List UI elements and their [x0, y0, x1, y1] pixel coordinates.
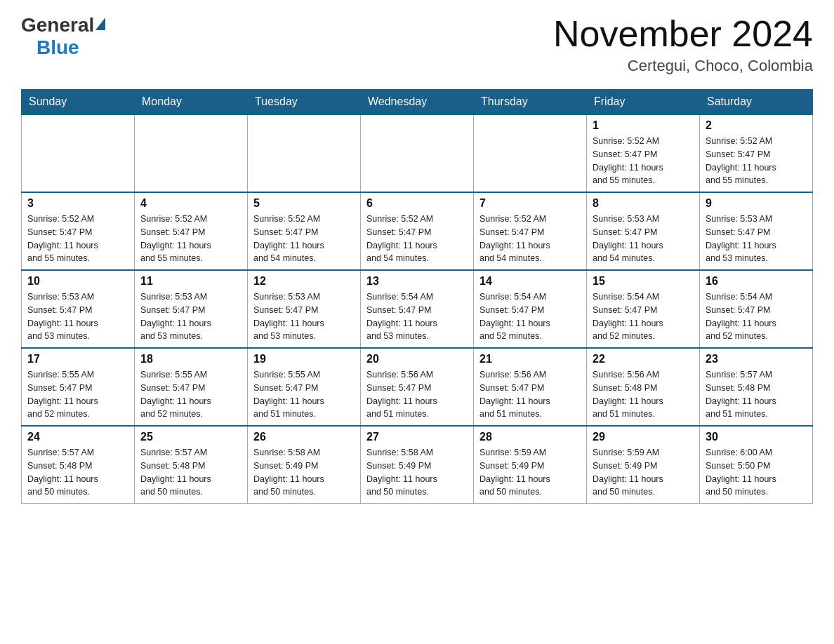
day-number: 5 — [253, 197, 355, 210]
day-info: Sunrise: 5:55 AM Sunset: 5:47 PM Dayligh… — [140, 368, 241, 421]
week-row-5: 24Sunrise: 5:57 AM Sunset: 5:48 PM Dayli… — [22, 426, 813, 504]
calendar-cell: 12Sunrise: 5:53 AM Sunset: 5:47 PM Dayli… — [248, 270, 361, 348]
day-info: Sunrise: 5:56 AM Sunset: 5:47 PM Dayligh… — [479, 368, 581, 421]
day-header-wednesday: Wednesday — [361, 90, 474, 115]
week-row-1: 1Sunrise: 5:52 AM Sunset: 5:47 PM Daylig… — [22, 114, 813, 192]
day-number: 2 — [706, 119, 807, 132]
day-number: 17 — [27, 353, 128, 365]
calendar-cell: 24Sunrise: 5:57 AM Sunset: 5:48 PM Dayli… — [22, 426, 135, 504]
day-info: Sunrise: 5:52 AM Sunset: 5:47 PM Dayligh… — [140, 213, 241, 265]
day-header-friday: Friday — [587, 90, 700, 115]
day-number: 25 — [140, 431, 241, 443]
day-info: Sunrise: 5:55 AM Sunset: 5:47 PM Dayligh… — [253, 368, 355, 421]
day-info: Sunrise: 5:52 AM Sunset: 5:47 PM Dayligh… — [253, 213, 355, 265]
day-number: 18 — [140, 353, 241, 365]
day-info: Sunrise: 5:59 AM Sunset: 5:49 PM Dayligh… — [479, 446, 581, 499]
day-number: 29 — [593, 431, 694, 443]
day-number: 26 — [253, 431, 355, 443]
title-area: November 2024 Certegui, Choco, Colombia — [553, 14, 813, 75]
day-number: 4 — [140, 197, 241, 210]
day-number: 3 — [27, 197, 128, 210]
day-number: 16 — [706, 275, 807, 288]
day-info: Sunrise: 5:53 AM Sunset: 5:47 PM Dayligh… — [706, 213, 807, 265]
day-info: Sunrise: 6:00 AM Sunset: 5:50 PM Dayligh… — [706, 446, 807, 499]
calendar-cell: 3Sunrise: 5:52 AM Sunset: 5:47 PM Daylig… — [22, 192, 135, 270]
day-info: Sunrise: 5:57 AM Sunset: 5:48 PM Dayligh… — [140, 446, 241, 499]
location-subtitle: Certegui, Choco, Colombia — [553, 57, 813, 75]
calendar-cell: 10Sunrise: 5:53 AM Sunset: 5:47 PM Dayli… — [22, 270, 135, 348]
day-number: 21 — [479, 353, 581, 365]
calendar-cell: 14Sunrise: 5:54 AM Sunset: 5:47 PM Dayli… — [474, 270, 587, 348]
day-header-sunday: Sunday — [22, 90, 135, 115]
day-info: Sunrise: 5:54 AM Sunset: 5:47 PM Dayligh… — [479, 290, 581, 343]
day-number: 22 — [593, 353, 694, 365]
calendar-cell: 8Sunrise: 5:53 AM Sunset: 5:47 PM Daylig… — [587, 192, 700, 270]
day-info: Sunrise: 5:54 AM Sunset: 5:47 PM Dayligh… — [706, 290, 807, 343]
calendar-cell: 19Sunrise: 5:55 AM Sunset: 5:47 PM Dayli… — [248, 348, 361, 426]
calendar-cell: 15Sunrise: 5:54 AM Sunset: 5:47 PM Dayli… — [587, 270, 700, 348]
day-number: 7 — [479, 197, 581, 210]
day-info: Sunrise: 5:52 AM Sunset: 5:47 PM Dayligh… — [706, 135, 807, 187]
day-number: 13 — [366, 275, 468, 288]
day-info: Sunrise: 5:58 AM Sunset: 5:49 PM Dayligh… — [366, 446, 468, 499]
calendar-cell: 18Sunrise: 5:55 AM Sunset: 5:47 PM Dayli… — [135, 348, 248, 426]
calendar-cell: 16Sunrise: 5:54 AM Sunset: 5:47 PM Dayli… — [700, 270, 813, 348]
day-info: Sunrise: 5:53 AM Sunset: 5:47 PM Dayligh… — [593, 213, 694, 265]
calendar-cell: 25Sunrise: 5:57 AM Sunset: 5:48 PM Dayli… — [135, 426, 248, 504]
calendar-cell: 22Sunrise: 5:56 AM Sunset: 5:48 PM Dayli… — [587, 348, 700, 426]
calendar-table: SundayMondayTuesdayWednesdayThursdayFrid… — [21, 89, 813, 504]
day-number: 1 — [593, 119, 694, 132]
calendar-cell: 29Sunrise: 5:59 AM Sunset: 5:49 PM Dayli… — [587, 426, 700, 504]
day-number: 20 — [366, 353, 468, 365]
calendar-cell: 28Sunrise: 5:59 AM Sunset: 5:49 PM Dayli… — [474, 426, 587, 504]
calendar-cell: 27Sunrise: 5:58 AM Sunset: 5:49 PM Dayli… — [361, 426, 474, 504]
calendar-cell: 20Sunrise: 5:56 AM Sunset: 5:47 PM Dayli… — [361, 348, 474, 426]
day-number: 24 — [27, 431, 128, 443]
calendar-cell: 21Sunrise: 5:56 AM Sunset: 5:47 PM Dayli… — [474, 348, 587, 426]
day-number: 12 — [253, 275, 355, 288]
day-info: Sunrise: 5:52 AM Sunset: 5:47 PM Dayligh… — [27, 213, 128, 265]
day-info: Sunrise: 5:58 AM Sunset: 5:49 PM Dayligh… — [253, 446, 355, 499]
month-title: November 2024 — [553, 14, 813, 54]
day-number: 15 — [593, 275, 694, 288]
calendar-header-row: SundayMondayTuesdayWednesdayThursdayFrid… — [22, 90, 813, 115]
day-info: Sunrise: 5:52 AM Sunset: 5:47 PM Dayligh… — [366, 213, 468, 265]
day-number: 28 — [479, 431, 581, 443]
day-number: 10 — [27, 275, 128, 288]
calendar-cell — [22, 114, 135, 192]
day-info: Sunrise: 5:54 AM Sunset: 5:47 PM Dayligh… — [366, 290, 468, 343]
calendar-cell: 11Sunrise: 5:53 AM Sunset: 5:47 PM Dayli… — [135, 270, 248, 348]
day-info: Sunrise: 5:57 AM Sunset: 5:48 PM Dayligh… — [27, 446, 128, 499]
week-row-4: 17Sunrise: 5:55 AM Sunset: 5:47 PM Dayli… — [22, 348, 813, 426]
calendar-cell: 30Sunrise: 6:00 AM Sunset: 5:50 PM Dayli… — [700, 426, 813, 504]
day-info: Sunrise: 5:52 AM Sunset: 5:47 PM Dayligh… — [479, 213, 581, 265]
day-number: 23 — [706, 353, 807, 365]
day-info: Sunrise: 5:52 AM Sunset: 5:47 PM Dayligh… — [593, 135, 694, 187]
day-number: 8 — [593, 197, 694, 210]
logo-blue: Blue — [37, 36, 79, 58]
day-number: 14 — [479, 275, 581, 288]
calendar-cell — [361, 114, 474, 192]
logo: General Blue — [21, 14, 107, 59]
calendar-cell: 7Sunrise: 5:52 AM Sunset: 5:47 PM Daylig… — [474, 192, 587, 270]
day-info: Sunrise: 5:59 AM Sunset: 5:49 PM Dayligh… — [593, 446, 694, 499]
calendar-cell — [474, 114, 587, 192]
day-info: Sunrise: 5:56 AM Sunset: 5:47 PM Dayligh… — [366, 368, 468, 421]
day-info: Sunrise: 5:56 AM Sunset: 5:48 PM Dayligh… — [593, 368, 694, 421]
calendar-cell: 4Sunrise: 5:52 AM Sunset: 5:47 PM Daylig… — [135, 192, 248, 270]
calendar-cell — [248, 114, 361, 192]
day-info: Sunrise: 5:55 AM Sunset: 5:47 PM Dayligh… — [27, 368, 128, 421]
day-number: 19 — [253, 353, 355, 365]
calendar-cell: 26Sunrise: 5:58 AM Sunset: 5:49 PM Dayli… — [248, 426, 361, 504]
calendar-cell: 17Sunrise: 5:55 AM Sunset: 5:47 PM Dayli… — [22, 348, 135, 426]
day-number: 9 — [706, 197, 807, 210]
day-number: 27 — [366, 431, 468, 443]
day-info: Sunrise: 5:53 AM Sunset: 5:47 PM Dayligh… — [27, 290, 128, 343]
calendar-cell: 5Sunrise: 5:52 AM Sunset: 5:47 PM Daylig… — [248, 192, 361, 270]
week-row-3: 10Sunrise: 5:53 AM Sunset: 5:47 PM Dayli… — [22, 270, 813, 348]
calendar-cell: 13Sunrise: 5:54 AM Sunset: 5:47 PM Dayli… — [361, 270, 474, 348]
day-header-tuesday: Tuesday — [248, 90, 361, 115]
header: General Blue November 2024 Certegui, Cho… — [21, 14, 813, 75]
logo-triangle-icon — [95, 18, 105, 30]
day-number: 30 — [706, 431, 807, 443]
